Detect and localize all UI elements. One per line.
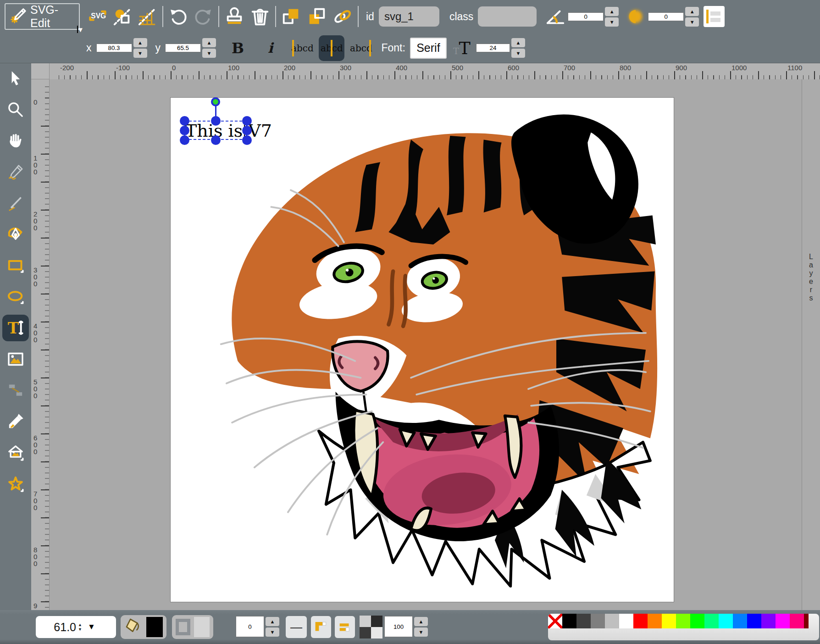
blur-down-button[interactable]: ▼: [685, 17, 699, 27]
make-link-icon[interactable]: [332, 6, 353, 27]
text-context-toolbar: x ▲ ▼ y ▲ ▼ B i abcd abcd ab: [0, 33, 820, 63]
select-tool[interactable]: [6, 68, 26, 89]
handle-w[interactable]: [180, 126, 189, 135]
undo-icon[interactable]: [168, 6, 189, 27]
svg-canvas[interactable]: This is V7: [171, 98, 674, 602]
eyedropper-tool[interactable]: [6, 411, 26, 432]
palette-swatch-000000[interactable]: [562, 614, 576, 628]
ellipse-tool[interactable]: [6, 287, 26, 307]
palette-swatch-0000ff[interactable]: [747, 614, 761, 628]
zoom-tool[interactable]: [6, 100, 26, 120]
edit-source-icon[interactable]: SVG: [87, 6, 108, 27]
pan-tool[interactable]: [6, 131, 26, 151]
connector-tool[interactable]: [6, 380, 26, 400]
font-size-down-button[interactable]: ▼: [511, 49, 525, 58]
handle-nw[interactable]: [180, 116, 189, 126]
handle-sw[interactable]: [180, 135, 189, 145]
text-anchor-end-button[interactable]: abcd: [348, 35, 374, 61]
palette-swatch-00ff7f[interactable]: [704, 614, 719, 628]
y-down-button[interactable]: ▼: [202, 49, 216, 58]
font-size-up-button[interactable]: ▲: [511, 38, 525, 47]
palette-swatch-ffff00[interactable]: [662, 614, 676, 628]
h-ruler-label: 200: [284, 64, 295, 72]
bold-button[interactable]: B: [232, 39, 244, 57]
zoom-input[interactable]: [40, 621, 76, 634]
handle-ne[interactable]: [242, 116, 252, 126]
x-up-button[interactable]: ▲: [133, 38, 147, 47]
y-input[interactable]: [165, 44, 201, 52]
opacity-up-button[interactable]: ▲: [414, 617, 428, 626]
palette-swatch-3f3f3f[interactable]: [576, 614, 591, 628]
palette-swatch-ff7f00[interactable]: [648, 614, 662, 628]
rotate-handle[interactable]: [211, 97, 220, 106]
stroke-color-button[interactable]: [172, 615, 213, 639]
palette-swatch-none[interactable]: [548, 614, 562, 628]
palette-swatch-ffffff[interactable]: [619, 614, 633, 628]
font-family-button[interactable]: Serif: [410, 38, 447, 59]
blur-input[interactable]: [648, 12, 684, 21]
linejoin-button[interactable]: [311, 616, 331, 638]
main-menu-button[interactable]: SVG-Edit ▼: [5, 3, 80, 30]
palette-swatch-ff007f[interactable]: [790, 614, 804, 628]
palette-swatch-ff00ff[interactable]: [776, 614, 790, 628]
handle-n[interactable]: [211, 116, 221, 126]
pencil-tool[interactable]: [6, 162, 26, 182]
move-to-back-icon[interactable]: [306, 6, 327, 27]
text-anchor-start-button[interactable]: abcd: [289, 35, 315, 61]
palette-swatch-00ffff[interactable]: [719, 614, 733, 628]
clone-stamp-icon[interactable]: [224, 6, 245, 27]
stroke-width-down-button[interactable]: ▼: [266, 627, 279, 637]
align-panel-button[interactable]: [704, 6, 725, 27]
x-input[interactable]: [96, 44, 132, 52]
element-id-input[interactable]: [379, 6, 439, 27]
line-tool[interactable]: [6, 193, 26, 213]
move-to-front-icon[interactable]: [281, 6, 302, 27]
redo-icon[interactable]: [193, 6, 214, 27]
grid-snap-icon[interactable]: [137, 6, 158, 27]
stroke-width-input[interactable]: [236, 616, 264, 637]
font-size-input[interactable]: [476, 44, 510, 52]
angle-input[interactable]: [568, 12, 604, 21]
palette-swatch-7f7f7f[interactable]: [591, 614, 605, 628]
text-tool[interactable]: T: [2, 315, 29, 341]
opacity-down-button[interactable]: ▼: [414, 627, 428, 637]
blur-up-button[interactable]: ▲: [685, 7, 699, 16]
wireframe-icon[interactable]: [112, 6, 133, 27]
zoom-stepper[interactable]: ▲▼: [78, 622, 82, 632]
angle-down-button[interactable]: ▼: [605, 17, 619, 27]
linecap-button[interactable]: [335, 616, 355, 638]
palette-swatch-7f0000[interactable]: [804, 614, 809, 628]
text-anchor-middle-button[interactable]: abcd: [319, 35, 344, 61]
y-up-button[interactable]: ▲: [202, 38, 216, 47]
opacity-input[interactable]: [384, 616, 413, 637]
stroke-width-up-button[interactable]: ▲: [266, 617, 279, 626]
palette-swatch-bfbfbf[interactable]: [605, 614, 619, 628]
handle-s[interactable]: [211, 135, 221, 145]
zoom-dropdown-icon[interactable]: ▼: [88, 622, 95, 632]
stroke-dash-button[interactable]: —: [286, 616, 307, 638]
angle-up-button[interactable]: ▲: [605, 7, 619, 16]
palette-swatch-7fff00[interactable]: [676, 614, 690, 628]
layers-panel-toggle[interactable]: L a y e r s: [802, 79, 820, 610]
palette-swatch-00ff00[interactable]: [690, 614, 704, 628]
palette-swatch-ff0000[interactable]: [633, 614, 648, 628]
star-tool[interactable]: [6, 474, 26, 494]
handle-e[interactable]: [242, 126, 252, 135]
rectangle-tool[interactable]: [6, 255, 26, 276]
fill-color-button[interactable]: [121, 615, 166, 639]
shape-library-tool[interactable]: [6, 443, 26, 463]
svg-text:SVG: SVG: [91, 12, 106, 20]
paint-option-button[interactable]: [360, 616, 382, 638]
x-down-button[interactable]: ▼: [133, 49, 147, 58]
handle-se[interactable]: [242, 135, 252, 145]
palette-swatch-007fff[interactable]: [733, 614, 747, 628]
palette-swatch-7f00ff[interactable]: [761, 614, 776, 628]
h-ruler-label: 1100: [787, 64, 802, 72]
element-class-input[interactable]: [478, 6, 537, 27]
canvas-workspace[interactable]: This is V7: [50, 79, 802, 610]
italic-button[interactable]: i: [268, 40, 273, 56]
image-tool[interactable]: [6, 349, 26, 369]
path-tool[interactable]: [6, 224, 26, 244]
delete-trash-icon[interactable]: [249, 6, 271, 27]
layers-label: L a y e r s: [802, 253, 820, 302]
